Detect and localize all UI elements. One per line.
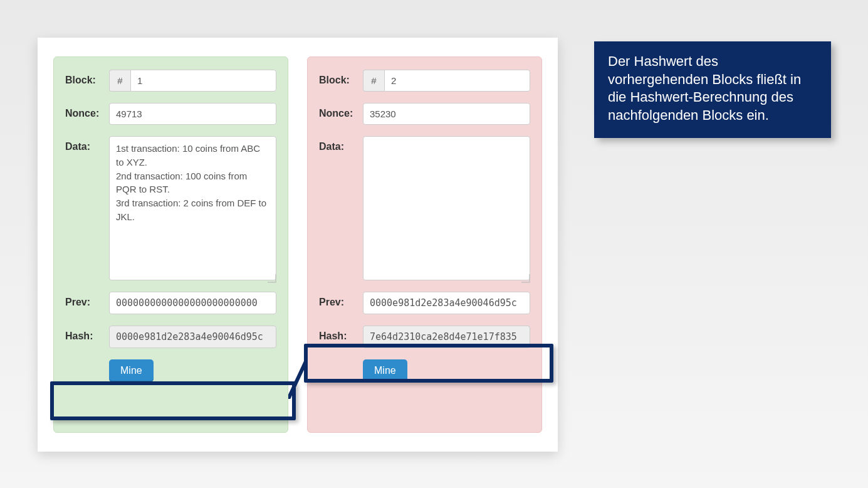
block-number-input[interactable] xyxy=(384,70,530,92)
hash-output: 0000e981d2e283a4e90046d95c xyxy=(109,326,276,348)
prev-hash-input[interactable] xyxy=(363,292,530,314)
hash-label: Hash: xyxy=(65,326,109,342)
prev-label: Prev: xyxy=(65,292,109,308)
nonce-input[interactable] xyxy=(363,103,530,125)
blockchain-panel: Block: # Nonce: Data: Prev: xyxy=(38,38,558,452)
resize-handle-icon xyxy=(521,274,530,283)
data-label: Data: xyxy=(65,136,109,152)
prev-hash-input[interactable] xyxy=(109,292,276,314)
data-label: Data: xyxy=(319,136,363,152)
block-label: Block: xyxy=(65,70,109,86)
nonce-label: Nonce: xyxy=(319,103,363,119)
block-1: Block: # Nonce: Data: Prev: xyxy=(53,56,288,433)
hash-label: Hash: xyxy=(319,326,363,342)
nonce-input[interactable] xyxy=(109,103,276,125)
data-textarea[interactable] xyxy=(109,136,276,280)
prev-label: Prev: xyxy=(319,292,363,308)
hash-symbol: # xyxy=(109,70,130,92)
explanation-callout: Der Hashwert des vorhergehenden Blocks f… xyxy=(594,41,831,138)
data-textarea[interactable] xyxy=(363,136,530,280)
resize-handle-icon xyxy=(268,274,276,283)
hash-output: 7e64d2310ca2e8d4e71e17f835 xyxy=(363,326,530,348)
hash-symbol: # xyxy=(363,70,384,92)
mine-button[interactable]: Mine xyxy=(109,359,154,382)
nonce-label: Nonce: xyxy=(65,103,109,119)
mine-button[interactable]: Mine xyxy=(363,359,407,382)
block-number-input[interactable] xyxy=(130,70,276,92)
block-2: Block: # Nonce: Data: Prev: xyxy=(307,56,542,433)
block-label: Block: xyxy=(319,70,363,86)
